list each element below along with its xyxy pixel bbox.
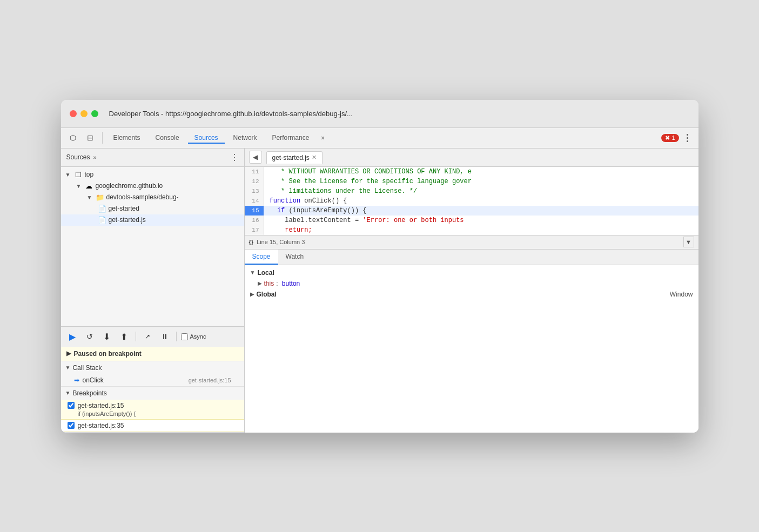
tab-watch[interactable]: Watch [278,250,312,265]
back-button[interactable]: ◀ [249,151,262,164]
call-stack-header[interactable]: ▼ Call Stack [61,361,244,374]
resume-button[interactable]: ▶ [65,329,79,344]
line-number: 12 [245,177,264,186]
scope-item-arrow: ▶ [258,280,262,286]
scope-local-label: Local [257,269,274,277]
fullscreen-button[interactable] [91,110,98,117]
scope-this-item[interactable]: ▶ this : button [245,278,698,289]
right-panel: ◀ get-started.js ✕ 11 * WITHOUT WARRANTI… [245,149,698,433]
source-tab-close[interactable]: ✕ [312,154,317,161]
call-name: onClick [83,376,185,384]
tab-network[interactable]: Network [227,132,264,144]
breakpoint-code-1: if (inputsAreEmpty()) { [68,410,238,417]
status-curly-icon: {} [249,239,254,245]
breakpoint-item-2: get-started.js:35 [61,420,244,432]
scope-value: button [280,280,300,287]
tab-sources[interactable]: Sources [188,132,225,144]
scope-key: this [264,280,274,287]
tree-label: devtools-samples/debug- [106,193,179,201]
cursor-icon[interactable]: ⬡ [65,130,80,145]
status-filter-icon[interactable]: ▼ [683,237,694,247]
step-button[interactable]: ↗ [140,329,155,344]
drawer-icon[interactable]: ⊟ [83,130,98,145]
line-number: 11 [245,167,264,177]
line-number: 15 [245,206,264,216]
scope-content: ▼ Local ▶ this : button ▶ Global Window [245,265,698,433]
code-line-17: 17 return; [245,225,698,235]
js-file-icon: 📄 [98,216,106,224]
minimize-button[interactable] [80,110,88,117]
call-stack-section: ▼ Call Stack ➡ onClick get-started.js:15 [61,361,244,387]
scope-local-header[interactable]: ▼ Local [245,267,698,278]
close-button[interactable] [70,110,77,117]
code-editor[interactable]: 11 * WITHOUT WARRANTIES OR CONDITIONS OF… [245,167,698,235]
error-icon: ✖ [665,134,670,142]
call-stack-title: Call Stack [72,364,102,372]
folder-icon: 📁 [96,193,104,201]
breakpoints-arrow-icon: ▼ [65,390,71,396]
breakpoints-section: ▼ Breakpoints get-started.js:15 if (inpu… [61,387,244,433]
tab-elements[interactable]: Elements [107,132,147,144]
step-over-button[interactable]: ↺ [83,329,97,344]
source-tab-js[interactable]: get-started.js ✕ [266,151,323,164]
tree-item-folder[interactable]: ▼ 📁 devtools-samples/debug- [61,192,244,203]
async-toggle[interactable]: Async [181,333,206,340]
scope-local-arrow: ▼ [250,270,256,275]
error-badge[interactable]: ✖ 1 [661,134,679,142]
sources-panel-title: Sources [66,153,90,161]
traffic-lights [70,110,98,117]
tree-item-html[interactable]: 📄 get-started [61,203,244,214]
menu-button[interactable] [681,131,694,144]
scope-colon: : [276,280,278,287]
tree-item-top[interactable]: ▼ ☐ top [61,169,244,180]
breakpoint-label-2: get-started.js:35 [78,422,124,429]
menu-dot [687,137,688,139]
step-out-button[interactable]: ⬆ [117,329,131,344]
pause-button[interactable]: ⏸ [158,329,172,344]
tree-arrow: ▼ [87,194,93,200]
debug-separator [136,332,136,341]
call-stack-item[interactable]: ➡ onClick get-started.js:15 [61,374,244,386]
code-line-14: 14 function onClick() { [245,196,698,206]
breakpoints-header[interactable]: ▼ Breakpoints [61,387,244,400]
paused-arrow-icon: ▶ [66,350,71,357]
tab-console[interactable]: Console [149,132,186,144]
code-content: * WITHOUT WARRANTIES OR CONDITIONS OF AN… [264,167,472,177]
cloud-icon: ☁ [85,182,93,190]
code-line-12: 12 * See the License for the specific la… [245,177,698,186]
tree-arrow: ▼ [76,183,83,189]
tree-arrow: ▼ [65,172,72,178]
breakpoint-checkbox-1[interactable] [68,402,75,409]
menu-dot [687,140,688,142]
scope-global-header[interactable]: ▶ Global Window [245,289,698,300]
scope-watch-tabs: Scope Watch [245,250,698,265]
tree-item-origin[interactable]: ▼ ☁ googlechrome.github.io [61,180,244,192]
menu-dot [687,134,688,136]
devtools-toolbar: ⬡ ⊟ Elements Console Sources Network Per… [61,128,698,149]
tree-label: googlechrome.github.io [96,182,163,190]
file-icon: 📄 [98,205,106,213]
breakpoints-title: Breakpoints [72,389,106,397]
tab-performance[interactable]: Performance [266,132,316,144]
step-into-button[interactable]: ⬇ [100,329,114,344]
breakpoint-checkbox-2[interactable] [68,422,75,429]
scope-watch-panel: Scope Watch ▼ Local ▶ this : button [245,249,698,433]
tree-label: get-started [109,205,139,212]
tab-scope[interactable]: Scope [245,250,278,265]
code-line-15: 15 if (inputsAreEmpty()) { [245,206,698,216]
sources-menu-icon[interactable]: ⋮ [230,152,239,163]
toolbar-separator [102,132,103,144]
line-number: 13 [245,186,264,196]
window-title: Developer Tools - https://googlechrome.g… [109,110,353,118]
line-number: 17 [245,225,264,235]
title-bar: Developer Tools - https://googlechrome.g… [61,100,698,128]
async-checkbox[interactable] [181,333,188,340]
tree-label: top [85,171,94,178]
sources-more-button[interactable]: » [93,154,97,160]
source-tab-label: get-started.js [272,154,310,161]
tree-item-js[interactable]: 📄 get-started.js [61,214,244,226]
code-content: if (inputsAreEmpty()) { [264,206,367,216]
more-tabs-button[interactable]: » [318,134,328,142]
tree-label: get-started.js [109,216,146,224]
code-content: * See the License for the specific langu… [264,177,472,186]
